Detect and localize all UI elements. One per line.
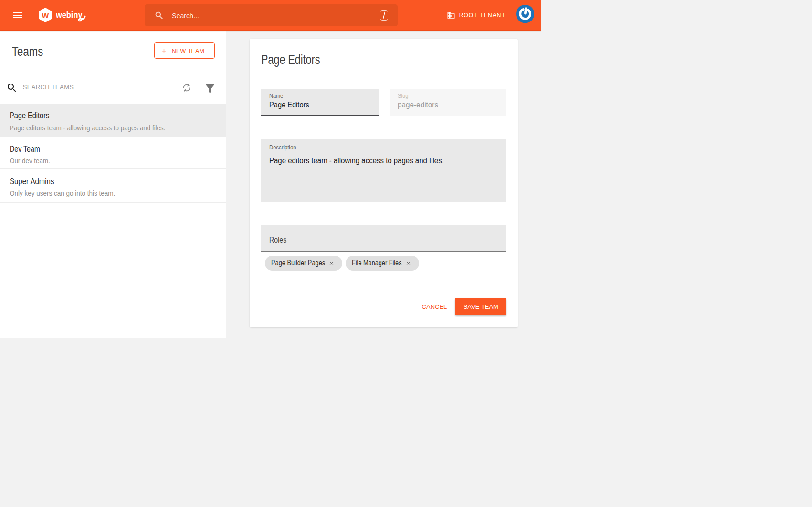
svg-text:webiny: webiny (56, 9, 83, 20)
svg-text:w: w (41, 10, 49, 20)
